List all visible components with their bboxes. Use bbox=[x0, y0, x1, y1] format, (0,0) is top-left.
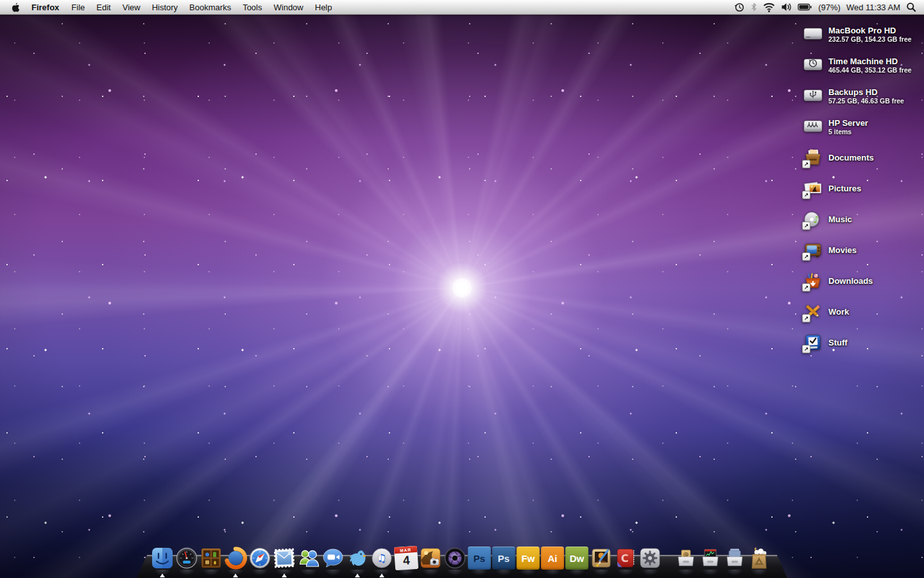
dock-aperture[interactable] bbox=[443, 547, 466, 570]
time-machine-drive-icon bbox=[803, 55, 823, 74]
alias-arrow-badge: ↗ bbox=[802, 283, 810, 292]
documents-drawer-alias-icon: ↗ bbox=[803, 148, 823, 167]
photoshop-tile-icon: Ps bbox=[468, 547, 491, 570]
battery-percent[interactable]: (97%) bbox=[818, 3, 841, 12]
dock-trash[interactable] bbox=[748, 547, 771, 570]
volume-icon[interactable] bbox=[781, 2, 792, 12]
menu-bar-clock[interactable]: Wed 11:33 AM bbox=[846, 3, 900, 12]
desktop-icon-music[interactable]: ♪ ↗ Music bbox=[803, 204, 912, 234]
icon-label: Downloads bbox=[828, 276, 873, 286]
menu-view[interactable]: View bbox=[117, 3, 146, 12]
red-c-book-icon: C bbox=[614, 547, 637, 570]
dock-red-c-notebook[interactable]: C bbox=[614, 547, 637, 570]
icon-label: Work bbox=[828, 307, 849, 317]
alias-arrow-badge: ↗ bbox=[802, 160, 810, 168]
dock-photoshop-2[interactable]: Ps bbox=[492, 547, 515, 570]
dock-safari[interactable] bbox=[248, 547, 271, 570]
icon-label: Stuff bbox=[828, 338, 848, 347]
dock-messenger[interactable] bbox=[297, 547, 320, 570]
dock-photoshop[interactable]: Ps bbox=[468, 547, 491, 570]
photoshop-tile-icon: Ps bbox=[492, 547, 515, 570]
contacts-stack-drawer-icon: @ bbox=[674, 547, 697, 570]
icon-label: MacBook Pro HD bbox=[828, 26, 912, 35]
alias-arrow-badge: ↗ bbox=[802, 222, 810, 230]
menu-bar-status-area: (97%) Wed 11:33 AM bbox=[734, 2, 916, 13]
crossed-pencils-alias-icon: ↗ bbox=[803, 302, 823, 321]
desktop-icon-column: MacBook Pro HD232.57 GB, 154.23 GB free … bbox=[803, 19, 912, 358]
spotlight-icon[interactable] bbox=[906, 2, 916, 12]
desktop-icon-macbook-pro-hd[interactable]: MacBook Pro HD232.57 GB, 154.23 GB free bbox=[803, 19, 912, 49]
dock: ♫ MAR 4 Ps Ps Fw Ai Dw bbox=[137, 536, 787, 578]
documents-stack-drawer-icon bbox=[723, 547, 746, 570]
dock-delicious-library[interactable] bbox=[200, 547, 223, 570]
desktop-icon-backups-hd[interactable]: Backups HD57.25 GB, 46.63 GB free bbox=[803, 80, 912, 111]
icon-sublabel: 5 items bbox=[828, 128, 868, 136]
pixelmator-brush-icon bbox=[590, 547, 613, 570]
desktop-icon-work[interactable]: ↗ Work bbox=[803, 296, 912, 327]
svg-text:@: @ bbox=[683, 551, 689, 557]
menu-tools[interactable]: Tools bbox=[237, 3, 268, 12]
running-indicator bbox=[160, 574, 165, 577]
menu-history[interactable]: History bbox=[146, 3, 184, 12]
desktop-icon-movies[interactable]: ↗ Movies bbox=[803, 234, 912, 265]
desktop-icon-documents[interactable]: ↗ Documents bbox=[803, 142, 912, 173]
wifi-icon[interactable] bbox=[763, 3, 775, 12]
menu-bookmarks[interactable]: Bookmarks bbox=[184, 3, 237, 12]
library-shelf-icon bbox=[200, 547, 223, 570]
internal-drive-icon bbox=[803, 24, 823, 44]
menu-bar: Firefox File Edit View History Bookmarks… bbox=[0, 0, 924, 15]
dock-mail[interactable] bbox=[273, 547, 296, 570]
menu-file[interactable]: File bbox=[65, 3, 90, 12]
icon-label: Documents bbox=[828, 153, 874, 162]
dock-dreamweaver[interactable]: Dw bbox=[565, 547, 588, 570]
dock-itunes[interactable]: ♫ bbox=[370, 547, 393, 570]
menu-bar-menus: Firefox File Edit View History Bookmarks… bbox=[8, 2, 338, 12]
menu-edit[interactable]: Edit bbox=[90, 3, 116, 12]
apple-logo-icon bbox=[12, 2, 20, 12]
desktop-icon-pictures[interactable]: ↗ Pictures bbox=[803, 173, 912, 204]
icon-label: Movies bbox=[828, 245, 857, 255]
cd-music-note-alias-icon: ♪ ↗ bbox=[803, 209, 823, 229]
mail-stamp-icon bbox=[272, 546, 296, 570]
icon-label: Time Machine HD bbox=[828, 57, 912, 66]
desktop-icon-hp-server[interactable]: HP Server5 items bbox=[803, 111, 912, 142]
iphoto-icon bbox=[419, 547, 442, 570]
dock-fireworks[interactable]: Fw bbox=[517, 547, 540, 570]
bluetooth-icon[interactable] bbox=[751, 2, 757, 12]
battery-icon[interactable] bbox=[798, 2, 812, 12]
desktop-icon-time-machine-hd[interactable]: Time Machine HD465.44 GB, 353.12 GB free bbox=[803, 49, 912, 80]
dock-ical[interactable]: MAR 4 bbox=[395, 547, 418, 570]
running-indicator bbox=[233, 574, 238, 577]
desktop-icon-downloads[interactable]: ↗ Downloads bbox=[803, 265, 912, 296]
dock-pixelmator[interactable] bbox=[590, 547, 613, 570]
dreamweaver-tile-icon: Dw bbox=[565, 547, 588, 570]
desktop-icon-stuff[interactable]: ↗ Stuff bbox=[803, 327, 912, 358]
gear-icon bbox=[638, 547, 662, 570]
dock-dashboard[interactable] bbox=[175, 547, 198, 570]
menu-window[interactable]: Window bbox=[268, 3, 309, 12]
dock-illustrator[interactable]: Ai bbox=[541, 547, 564, 570]
dock-system-preferences[interactable] bbox=[638, 547, 662, 570]
apple-menu[interactable] bbox=[8, 2, 25, 12]
dock-firefox[interactable] bbox=[224, 547, 247, 570]
running-indicator bbox=[379, 574, 384, 577]
dock-stack-contacts[interactable]: @ bbox=[674, 547, 697, 570]
book-letter: C bbox=[621, 552, 629, 565]
dock-finder[interactable] bbox=[151, 547, 174, 570]
alias-arrow-badge: ↗ bbox=[802, 252, 810, 261]
time-machine-icon[interactable] bbox=[734, 2, 745, 13]
dock-iphoto[interactable] bbox=[419, 547, 442, 570]
fireworks-tile-icon: Fw bbox=[517, 547, 540, 570]
dock-ichat[interactable] bbox=[321, 547, 345, 570]
dock-stack-documents[interactable] bbox=[723, 547, 746, 570]
wallpaper-vignette bbox=[0, 0, 924, 578]
dock-twitterrific[interactable] bbox=[346, 547, 369, 570]
itunes-cd-icon: ♫ bbox=[370, 547, 393, 570]
twitter-bird-icon bbox=[346, 547, 369, 570]
icon-sublabel: 465.44 GB, 353.12 GB free bbox=[828, 66, 912, 74]
dock-stack-utilities[interactable] bbox=[699, 547, 722, 570]
svg-text:♫: ♫ bbox=[377, 552, 386, 565]
menu-help[interactable]: Help bbox=[309, 3, 338, 12]
active-app-menu[interactable]: Firefox bbox=[25, 3, 65, 12]
icon-label: Music bbox=[828, 215, 852, 224]
